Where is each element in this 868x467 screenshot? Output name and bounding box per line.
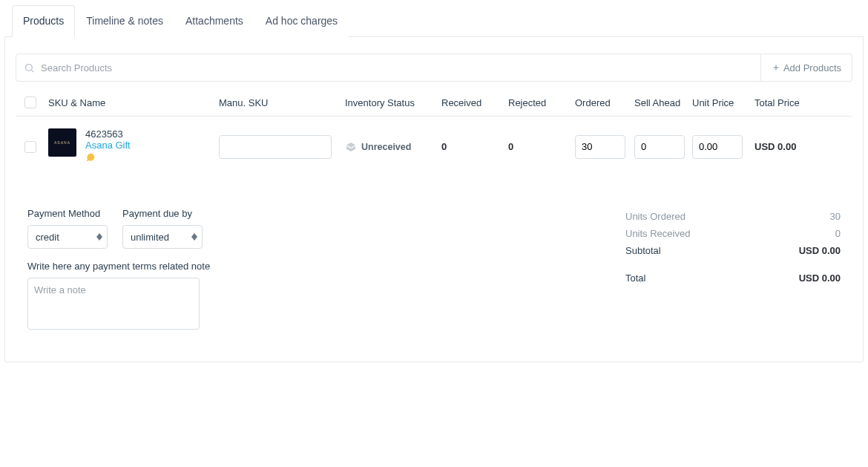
- table-header: SKU & Name Manu. SKU Inventory Status Re…: [16, 82, 852, 117]
- search-icon: [24, 62, 35, 74]
- product-name-link[interactable]: Asana Gift: [85, 140, 131, 151]
- payment-method-select[interactable]: credit: [27, 225, 108, 249]
- svg-point-0: [26, 64, 33, 71]
- total-price-value: USD 0.00: [754, 141, 836, 152]
- col-sku-name: SKU & Name: [48, 97, 219, 108]
- table-row: ASANA 4623563 Asana Gift Unreceived 0 0 …: [16, 117, 852, 183]
- received-value: 0: [441, 141, 508, 152]
- svg-line-1: [31, 70, 33, 72]
- tab-timeline[interactable]: Timeline & notes: [75, 5, 174, 37]
- product-sku: 4623563: [85, 128, 131, 140]
- col-inventory: Inventory Status: [345, 97, 441, 108]
- search-input[interactable]: [35, 62, 753, 74]
- products-panel: Add Products SKU & Name Manu. SKU Invent…: [4, 37, 864, 362]
- add-products-button[interactable]: Add Products: [761, 53, 852, 82]
- tab-label: Timeline & notes: [86, 15, 163, 27]
- sell-ahead-input[interactable]: [634, 135, 685, 159]
- add-products-label: Add Products: [783, 62, 841, 74]
- payment-method-value: credit: [36, 232, 59, 243]
- units-ordered-value: 30: [830, 211, 841, 222]
- payment-due-label: Payment due by: [122, 208, 203, 219]
- inventory-status: Unreceived: [361, 142, 411, 152]
- tab-bar: Products Timeline & notes Attachments Ad…: [4, 4, 864, 37]
- payment-note-label: Write here any payment terms related not…: [27, 261, 210, 272]
- units-ordered-label: Units Ordered: [625, 211, 685, 222]
- ordered-input[interactable]: [575, 135, 625, 159]
- total-value: USD 0.00: [799, 272, 841, 284]
- subtotal-label: Subtotal: [625, 245, 661, 256]
- col-unit-price: Unit Price: [692, 97, 754, 108]
- rejected-value: 0: [508, 141, 575, 152]
- payment-note-textarea[interactable]: [27, 278, 200, 330]
- col-ordered: Ordered: [575, 97, 634, 108]
- comment-icon[interactable]: [85, 152, 96, 165]
- tab-label: Products: [23, 15, 64, 27]
- payment-due-select[interactable]: unlimited: [122, 225, 203, 249]
- search-wrapper: [16, 53, 761, 82]
- tab-products[interactable]: Products: [12, 5, 75, 37]
- payment-due-value: unlimited: [131, 232, 169, 243]
- unit-price-input[interactable]: [692, 135, 743, 159]
- tab-label: Ad hoc charges: [266, 15, 338, 27]
- col-rejected: Rejected: [508, 97, 575, 108]
- col-manu-sku: Manu. SKU: [219, 97, 345, 108]
- col-total-price: Total Price: [754, 97, 836, 108]
- subtotal-value: USD 0.00: [799, 245, 841, 256]
- units-received-value: 0: [835, 228, 841, 239]
- total-label: Total: [625, 272, 645, 284]
- select-all-checkbox[interactable]: [24, 97, 36, 108]
- tab-label: Attachments: [185, 15, 243, 27]
- plus-icon: [772, 63, 780, 72]
- payment-method-label: Payment Method: [27, 208, 108, 219]
- select-arrows-icon: [191, 233, 197, 241]
- row-checkbox[interactable]: [24, 141, 36, 153]
- manu-sku-input[interactable]: [219, 135, 332, 159]
- totals-block: Units Ordered 30 Units Received 0 Subtot…: [625, 208, 841, 332]
- product-thumbnail: ASANA: [48, 128, 76, 157]
- col-received: Received: [441, 97, 508, 108]
- units-received-label: Units Received: [625, 228, 690, 239]
- select-arrows-icon: [96, 233, 102, 241]
- payment-block: Payment Method credit Payment due by: [27, 208, 210, 332]
- tab-adhoc[interactable]: Ad hoc charges: [254, 5, 349, 37]
- col-sell-ahead: Sell Ahead: [634, 97, 692, 108]
- tab-attachments[interactable]: Attachments: [174, 5, 254, 37]
- box-icon: [345, 141, 357, 153]
